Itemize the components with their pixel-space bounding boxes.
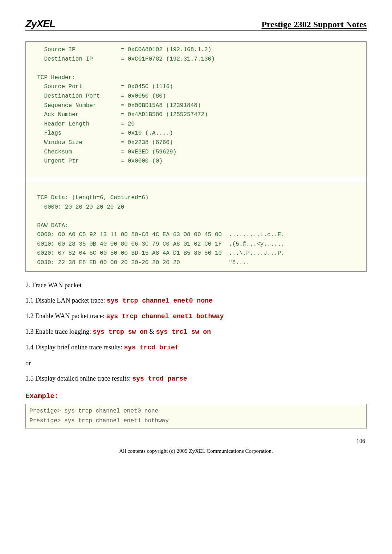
step-1-2: 1.2 Enable WAN packet trace: sys trcp ch… xyxy=(25,310,367,323)
packet-dump-upper: Source IP = 0xC0A80102 (192.168.1.2) Des… xyxy=(30,46,215,164)
page-header: ZyXEL Prestige 2302 Support Notes xyxy=(25,18,367,31)
logo: ZyXEL xyxy=(25,18,55,30)
step-text: 1.2 Enable WAN packet trace: xyxy=(25,312,106,320)
step-or: or xyxy=(25,357,367,369)
packet-dump-lower: TCP Data: (Length=6, Captured=6) 0000: 2… xyxy=(30,194,285,266)
step-separator: & xyxy=(148,328,156,335)
step-command: sys trcp channel enet0 none xyxy=(107,297,213,304)
example-label: Example: xyxy=(25,392,367,400)
footer-copyright: All contents copyright (c) 2005 ZyXEL Co… xyxy=(25,448,367,454)
section-heading-trace-wan: 2. Trace WAN packet xyxy=(25,279,367,291)
step-1-5: 1.5 Display detailed online trace result… xyxy=(25,372,367,385)
step-command: sys trcp sw on xyxy=(93,328,147,336)
step-1-3: 1.3 Enable trace logging: sys trcp sw on… xyxy=(25,325,367,338)
step-1-1: 1.1 Disable LAN packet trace: sys trcp c… xyxy=(25,294,367,307)
packet-dump-block: Source IP = 0xC0A80102 (192.168.1.2) Des… xyxy=(25,41,367,272)
step-text: 1.4 Display brief online trace results: xyxy=(25,344,124,351)
step-command: sys trcp channel enet1 bothway xyxy=(106,313,224,320)
example-commands-block: Prestige> sys trcp channel enet0 none Pr… xyxy=(25,404,367,428)
step-text: 1.3 Enable trace logging: xyxy=(25,328,93,335)
code-divider xyxy=(26,177,366,182)
step-text: 1.1 Disable LAN packet trace: xyxy=(25,297,107,304)
step-command: sys trcd parse xyxy=(132,375,187,382)
page-title: Prestige 2302 Support Notes xyxy=(261,20,367,29)
step-1-4: 1.4 Display brief online trace results: … xyxy=(25,341,367,354)
step-text: 1.5 Display detailed online trace result… xyxy=(25,375,132,382)
page-number: 106 xyxy=(25,438,367,444)
step-command: sys trcd brief xyxy=(124,344,179,351)
step-command: sys trcl sw on xyxy=(156,328,211,336)
